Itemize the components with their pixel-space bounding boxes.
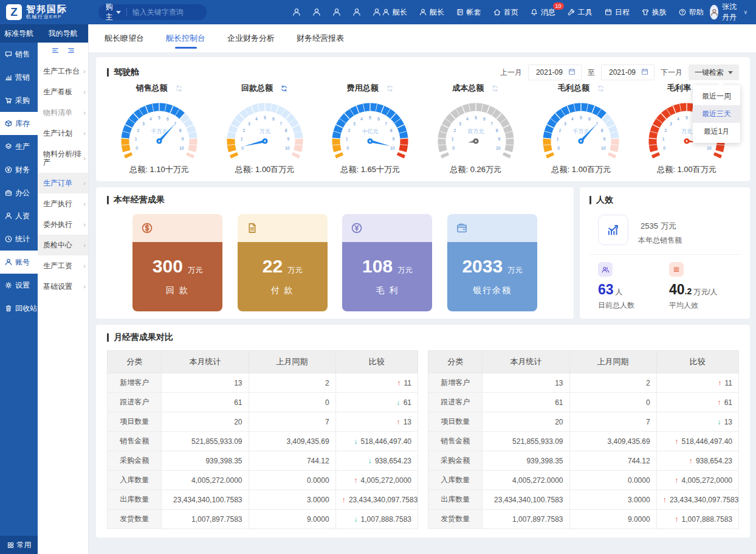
refresh-icon[interactable] [280,85,288,92]
current-value: 939,398.35 [483,451,569,471]
submenu-item-9[interactable]: 生产工资› [38,255,88,276]
primary-sidebar-title[interactable]: 标准导航 [0,24,38,43]
topnav-item-4[interactable]: 消息10 [530,7,555,18]
svg-text:7: 7 [490,122,493,126]
svg-text:8: 8 [601,128,603,133]
diff-value: ↓ 938,654.23 [335,451,418,471]
quick-role-icons [292,7,382,17]
prev-month-button[interactable]: 上一月 [500,68,522,78]
user-4-icon[interactable] [352,7,362,17]
submenu-item-label: 生产计划 [43,129,83,137]
sidebar-item-0[interactable]: 销售 [0,43,38,66]
sidebar-item-label: 回收站 [15,303,37,314]
sidebar-item-9[interactable]: 账号 [0,251,38,274]
sidebar-item-4[interactable]: 生产 [0,135,38,158]
gauge-total: 总额: 1.65十万元 [318,164,422,175]
table-header-cell: 本月统计 [483,351,569,373]
topnav-item-2[interactable]: 帐套 [456,7,481,18]
svg-text:2: 2 [664,128,667,133]
topnav-item-1[interactable]: 舰长 [419,7,444,18]
topnav-item-0[interactable]: 舰长 [382,7,407,18]
submenu-item-3[interactable]: 生产计划› [38,123,88,144]
nav-collapse-left-toggle[interactable] [51,46,60,57]
tab-3[interactable]: 财务经营报表 [297,24,344,52]
dropdown-item-2[interactable]: 最近1月 [693,123,740,140]
svg-text:10: 10 [496,146,501,150]
dropdown-item-1[interactable]: 最近三天 [693,105,740,123]
submenu-item-4[interactable]: 物料分析/排产› [38,144,88,173]
submenu-item-1[interactable]: 生产看板› [38,81,88,102]
search-input[interactable] [132,8,199,16]
sidebar-item-2[interactable]: 采购 [0,89,38,112]
refresh-icon[interactable] [597,85,605,92]
refresh-icon[interactable] [386,85,394,92]
result-tile-2: 108 万元毛 利 [342,214,432,311]
user-menu[interactable]: 张沈丹丹 ∨ [710,2,747,23]
nav-collapse-right-toggle[interactable] [67,46,75,57]
secondary-sidebar-title[interactable]: 我的导航 [38,24,88,43]
topnav-item-7[interactable]: 换肤 [641,7,667,18]
submenu-item-6[interactable]: 生产执行› [38,193,88,214]
coin-yen-icon [350,221,363,235]
svg-text:1: 1 [346,137,348,141]
sidebar-item-5[interactable]: 财务 [0,158,38,181]
gauge-total: 总额: 1.00百万元 [634,164,739,175]
topnav-label: 换肤 [652,7,667,18]
tab-1[interactable]: 舰长控制台 [166,24,205,52]
table-row: 跟进客户610↓ 61 [108,393,418,412]
gauge-total: 总额: 1.10十万元 [107,164,211,175]
next-month-button[interactable]: 下一月 [661,68,682,78]
sidebar-item-3[interactable]: 库存 [0,112,38,135]
tab-0[interactable]: 舰长瞭望台 [105,24,144,52]
dropdown-item-0[interactable]: 最近一周 [693,88,740,105]
person-icon [352,7,362,17]
result-tile-1: 22 万元付 款 [238,214,328,311]
user-2-icon[interactable] [312,7,321,17]
svg-text:0: 0 [136,146,138,150]
topnav-item-5[interactable]: 工具 [567,7,593,18]
user-3-icon[interactable] [332,7,342,17]
sidebar-item-8[interactable]: 统计 [0,227,38,251]
quick-search-dropdown: 最近一周最近三天最近1月 [693,85,740,143]
svg-text:6: 6 [588,117,591,121]
submenu-item-10[interactable]: 基础设置› [38,276,88,297]
sidebar-item-10[interactable]: 设置 [0,274,38,297]
svg-text:9: 9 [498,137,500,141]
svg-text:5: 5 [369,116,371,120]
refresh-icon[interactable] [175,85,183,92]
submenu-item-label: 基础设置 [43,282,83,291]
sidebar-item-7[interactable]: 人资 [0,204,38,227]
sidebar-item-6[interactable]: 办公 [0,181,38,204]
sidebar-item-11[interactable]: 回收站 [0,297,38,320]
submenu-item-5[interactable]: 生产订单› [38,173,88,193]
date-from-input[interactable]: 2021-09 [528,64,582,80]
submenu-item-8[interactable]: 质检中心› [38,235,88,255]
sidebar-item-label: 营销 [15,72,30,83]
topnav-item-3[interactable]: 首页 [493,7,518,18]
sidebar-item-label: 统计 [15,234,30,244]
user-5-icon[interactable] [372,7,382,17]
global-search[interactable]: 采购主题 [98,4,207,20]
arrow-down-icon: ↓ [368,457,372,465]
submenu-item-2[interactable]: 物料清单› [38,102,88,123]
one-key-search-button[interactable]: 一键检索 [689,64,739,80]
submenu-item-label: 物料分析/排产 [43,150,83,167]
previous-value: 7 [249,412,335,432]
coin-dollar-icon [140,221,154,235]
submenu-item-0[interactable]: 生产工作台› [38,61,88,81]
sidebar-item-1[interactable]: 营销 [0,66,38,89]
topnav-item-8[interactable]: 帮助 [678,7,704,18]
refresh-icon [175,85,183,92]
user-1-icon[interactable] [292,7,301,17]
tab-2[interactable]: 企业财务分析 [227,24,275,52]
refresh-icon[interactable] [491,85,499,92]
topnav-label: 首页 [504,7,518,18]
top-nav: 舰长舰长帐套首页消息10工具日程换肤帮助 [382,7,704,18]
table-row: 项目数量207↓ 13 [428,412,739,432]
topnav-item-6[interactable]: 日程 [604,7,630,18]
logo-subtitle: 机械行业ERP [26,13,67,20]
submenu-item-7[interactable]: 委外执行› [38,214,88,235]
date-to-input[interactable]: 2021-09 [601,64,655,80]
sidebar-item-common[interactable]: 常用 [0,536,38,554]
submenu-item-label: 生产订单 [43,179,83,187]
